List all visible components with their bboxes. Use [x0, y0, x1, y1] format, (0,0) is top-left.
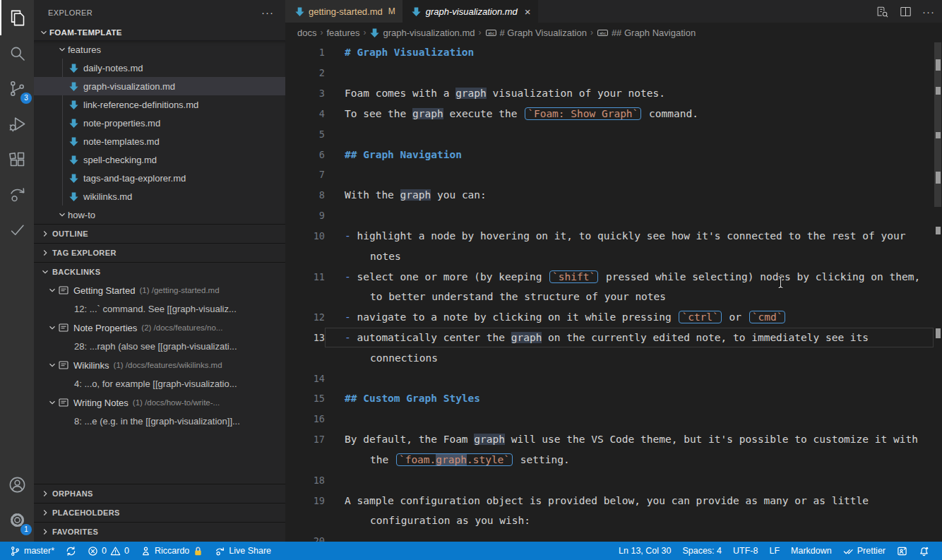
breadcrumb-item[interactable]: docs — [297, 28, 316, 38]
checkmark-icon[interactable] — [0, 212, 34, 247]
editor-line[interactable]: to better understand the structure of yo… — [285, 287, 942, 307]
section-orphans[interactable]: ORPHANS — [34, 484, 285, 503]
editor-line[interactable]: the `foam.graph.style` setting. — [285, 450, 942, 470]
tree-item[interactable]: spell-checking.md — [34, 150, 285, 169]
language-mode-label: Markdown — [791, 546, 832, 556]
extensions-icon[interactable] — [0, 141, 34, 177]
warning-icon — [110, 546, 121, 556]
backlink-snippet[interactable]: 28: ...raph (also see [[graph-visualizat… — [34, 338, 285, 357]
explorer-icon[interactable] — [0, 0, 34, 35]
editor-line[interactable]: 20 — [285, 531, 942, 542]
run-debug-icon[interactable] — [0, 106, 34, 141]
markdown-file-icon — [68, 172, 79, 184]
editor-line[interactable]: connections — [285, 347, 942, 368]
editor-line[interactable]: 8With the graph you can: — [285, 185, 942, 205]
backlink-snippet[interactable]: 8: ...e (e.g. in the [[graph-visualizati… — [34, 412, 285, 431]
account-icon[interactable] — [0, 467, 34, 502]
editor-line[interactable]: 4To see the graph execute the `Foam: Sho… — [285, 103, 942, 124]
tree-item[interactable]: graph-visualization.md — [34, 77, 285, 95]
backlink-item[interactable]: Wikilinks(1) /docs/features/wikilinks.md — [34, 356, 285, 375]
backlink-item[interactable]: Writing Notes(1) /docs/how-to/write-... — [34, 393, 285, 412]
backlink-item[interactable]: Getting Started(1) /getting-started.md — [34, 281, 285, 300]
encoding[interactable]: UTF-8 — [727, 542, 763, 560]
close-icon[interactable]: × — [525, 6, 531, 17]
backlink-snippet[interactable]: 12: ...` command. See [[graph-visualiz..… — [34, 300, 285, 319]
editor-line[interactable]: 17By default, the Foam graph will use th… — [285, 429, 942, 450]
section-placeholders[interactable]: PLACEHOLDERS — [34, 503, 285, 522]
section-backlinks[interactable]: BACKLINKS — [34, 262, 285, 281]
tree-item[interactable]: daily-notes.md — [34, 59, 285, 77]
editor-line[interactable]: 2 — [285, 63, 942, 83]
backlink-snippet[interactable]: 4: ...o, for example [[graph-visualizati… — [34, 375, 285, 394]
editor-line[interactable]: 5 — [285, 124, 942, 144]
breadcrumb-item[interactable]: abc## Graph Navigation — [597, 27, 696, 39]
editor-line[interactable]: 11- select one or more (by keeping `shif… — [285, 266, 942, 287]
settings-badge: 1 — [20, 524, 32, 535]
section-favorites-label: FAVORITES — [52, 528, 98, 536]
language-mode[interactable]: Markdown — [785, 542, 837, 560]
indentation[interactable]: Spaces: 4 — [676, 542, 727, 560]
chevron-right-icon — [40, 507, 51, 518]
tree-item[interactable]: how-to — [34, 205, 285, 224]
editor-pane[interactable]: 1# Graph Visualization23Foam comes with … — [285, 42, 942, 542]
editor-line[interactable]: 19A sample configuration object is provi… — [285, 490, 942, 511]
more-actions-icon[interactable]: ··· — [261, 6, 274, 18]
editor-current-line[interactable]: 13- automatically center the graph on th… — [285, 328, 942, 348]
source-control-icon[interactable]: 3 — [0, 71, 34, 106]
live-share-icon[interactable] — [0, 177, 34, 212]
live-share-button[interactable]: Live Share — [209, 542, 277, 560]
tree-item[interactable]: features — [34, 40, 285, 59]
cursor-position[interactable]: Ln 13, Col 30 — [613, 542, 676, 560]
sync-button[interactable] — [60, 542, 82, 560]
formatter[interactable]: Prettier — [837, 542, 891, 560]
section-tag-explorer[interactable]: TAG EXPLORER — [34, 243, 285, 262]
section-outline[interactable]: OUTLINE — [34, 224, 285, 243]
tab-bar: getting-started.md M graph-visualization… — [285, 0, 942, 23]
editor-line[interactable]: 10- highlight a node by hovering on it, … — [285, 225, 942, 246]
section-favorites[interactable]: FAVORITES — [34, 522, 285, 541]
backlink-item[interactable]: Note Properties(2) /docs/features/no... — [34, 318, 285, 338]
split-editor-icon[interactable] — [899, 5, 912, 18]
tree-item-label: daily-notes.md — [83, 63, 143, 73]
tree-item[interactable]: wikilinks.md — [34, 187, 285, 205]
user-indicator[interactable]: Riccardo — [135, 542, 209, 560]
tree-item[interactable]: note-properties.md — [34, 114, 285, 132]
eol[interactable]: LF — [763, 542, 785, 560]
tab-getting-started[interactable]: getting-started.md M — [285, 0, 403, 23]
problems-indicator[interactable]: 00 — [82, 542, 135, 560]
editor-line[interactable]: configuration as you wish: — [285, 511, 942, 531]
editor-line[interactable]: notes — [285, 246, 942, 266]
open-preview-icon[interactable] — [876, 5, 889, 18]
tab-graph-visualization[interactable]: graph-visualization.md × — [403, 0, 538, 23]
svg-text:abc: abc — [487, 31, 494, 35]
editor-line[interactable]: 14 — [285, 368, 942, 388]
breadcrumb-item[interactable]: abc# Graph Visualization — [485, 27, 587, 39]
search-icon[interactable] — [0, 35, 34, 71]
editor-line[interactable]: 1# Graph Visualization — [285, 42, 942, 63]
cursor-position-label: Ln 13, Col 30 — [619, 546, 671, 556]
editor-line[interactable]: 7 — [285, 165, 942, 185]
tree-item[interactable]: link-reference-definitions.md — [34, 95, 285, 114]
tree-item[interactable]: tags-and-tag-explorer.md — [34, 169, 285, 187]
feedback-button[interactable] — [891, 542, 913, 560]
more-actions-icon[interactable]: ··· — [922, 6, 935, 18]
overview-ruler-mark — [936, 328, 941, 338]
tree-item-label: how-to — [68, 210, 95, 220]
notifications-bell[interactable] — [913, 542, 935, 560]
editor-line[interactable]: 12- navigate to a note by clicking on it… — [285, 307, 942, 328]
overview-ruler[interactable] — [934, 42, 942, 542]
editor-line[interactable]: 3Foam comes with a graph visualization o… — [285, 83, 942, 104]
editor-line[interactable]: 9 — [285, 205, 942, 226]
breadcrumb-item[interactable]: features — [326, 28, 359, 38]
breadcrumb-item[interactable]: graph-visualization.md — [369, 28, 475, 38]
editor-line[interactable]: 18 — [285, 470, 942, 490]
editor-line[interactable]: 6## Graph Navigation — [285, 144, 942, 165]
settings-gear-icon[interactable]: 1 — [0, 502, 34, 537]
tree-item[interactable]: note-templates.md — [34, 132, 285, 150]
branch-indicator[interactable]: master* — [4, 542, 60, 560]
editor-line[interactable]: 15## Custom Graph Styles — [285, 388, 942, 409]
editor-line[interactable]: 16 — [285, 409, 942, 429]
line-content: - automatically center the graph on the … — [325, 328, 934, 348]
workspace-root-row[interactable]: FOAM-TEMPLATE — [34, 25, 285, 40]
line-number: 5 — [285, 129, 325, 140]
